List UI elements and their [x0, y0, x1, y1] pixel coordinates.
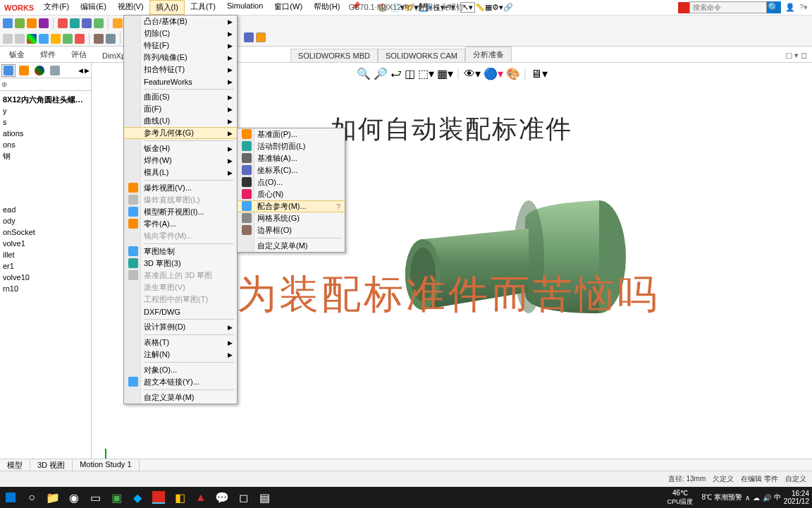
tb2-icon[interactable]	[106, 34, 116, 44]
menu-item[interactable]: 坐标系(C)...	[238, 164, 345, 176]
tb1-icon[interactable]	[113, 18, 123, 28]
tb2-icon[interactable]	[15, 34, 25, 44]
tb1-icon[interactable]	[82, 18, 92, 28]
menu-edit[interactable]: 编辑(E)	[75, 0, 112, 15]
menu-item[interactable]: 凸台/基体(B)▶	[124, 16, 237, 28]
app-icon[interactable]: ◧	[169, 487, 190, 508]
grid-icon[interactable]: ▦	[485, 3, 492, 12]
solidworks-icon[interactable]	[148, 487, 169, 508]
menu-item[interactable]: 特征(F)▶	[124, 40, 237, 52]
menu-item[interactable]: 注解(N)▶	[124, 349, 237, 361]
tree-item[interactable]: s	[1, 116, 90, 128]
tray-up-icon[interactable]: ∧	[745, 494, 750, 502]
app-icon[interactable]: ▣	[106, 487, 127, 508]
tb1-icon[interactable]	[39, 18, 49, 28]
tree-item[interactable]: ons	[1, 139, 90, 150]
weather-widget[interactable]: 8℃ 寒潮预警	[702, 492, 742, 502]
menu-view[interactable]: 视图(V)	[112, 0, 149, 15]
menu-item[interactable]: 基准轴(A)...	[238, 152, 345, 164]
tb2-icon[interactable]	[27, 34, 37, 44]
tray-sound-icon[interactable]: 🔊	[763, 494, 771, 502]
display-tab-icon[interactable]	[32, 64, 47, 77]
wechat-icon[interactable]: 💬	[211, 487, 233, 508]
menu-item[interactable]: 曲线(U)▶	[124, 115, 237, 127]
autocad-icon[interactable]: ▲	[190, 487, 211, 508]
tb1-icon[interactable]	[58, 18, 68, 28]
app-icon[interactable]: ▤	[254, 487, 275, 508]
ribbon-tab[interactable]: 焊件	[32, 47, 63, 62]
screen-icon[interactable]: 🖥▾	[531, 67, 548, 80]
menu-item[interactable]: 模型断开视图(I)...	[124, 206, 237, 218]
view-orient-icon[interactable]: ⬚▾	[418, 67, 434, 80]
ribbon-tab[interactable]: 评估	[63, 47, 94, 62]
menu-insert[interactable]: 插入(I)	[149, 0, 185, 15]
status-custom[interactable]: 自定义	[785, 474, 806, 484]
tree-item[interactable]: onSocket	[1, 226, 90, 238]
menu-item[interactable]: 自定义菜单(M)	[124, 392, 237, 404]
menu-item[interactable]: 3D 草图(3)	[124, 258, 237, 270]
bottom-tab-model[interactable]: 模型	[0, 459, 30, 471]
user-icon[interactable]: 👤	[785, 3, 795, 12]
tb2-icon[interactable]	[244, 32, 254, 42]
link-icon[interactable]: 🔗	[503, 3, 513, 12]
menu-simulation[interactable]: Simulation	[221, 0, 269, 15]
tree-root[interactable]: 8X12内六角圆柱头螺钉 (GB	[1, 94, 90, 105]
menu-item[interactable]: 设计算例(D)▶	[124, 321, 237, 333]
menu-item[interactable]: 配合参考(M)...?	[238, 200, 345, 212]
display-style-icon[interactable]: ▦▾	[437, 67, 453, 80]
taskview-icon[interactable]: ▭	[85, 487, 106, 508]
menu-item[interactable]: 参考几何体(G)▶	[124, 127, 237, 139]
file-explorer-icon[interactable]: 📁	[42, 487, 63, 508]
feature-tree[interactable]: 8X12内六角圆柱头螺钉 (GB y s ations ons 钢 ead od…	[0, 91, 91, 297]
menu-item[interactable]: 曲面(S)▶	[124, 91, 237, 103]
menu-item[interactable]: 阵列/镜像(E)▶	[124, 52, 237, 64]
tree-item[interactable]: ations	[1, 128, 90, 139]
tb2-icon[interactable]	[256, 32, 266, 42]
menu-item[interactable]: 零件(A)...	[124, 218, 237, 230]
prev-view-icon[interactable]: ⮐	[390, 68, 402, 80]
tb2-icon[interactable]	[3, 34, 13, 44]
other-tab-icon[interactable]	[48, 64, 62, 77]
tray-cloud-icon[interactable]: ☁	[753, 494, 760, 502]
menu-item[interactable]: DXF/DWG	[124, 306, 237, 318]
tree-item[interactable]: ody	[1, 215, 90, 226]
menu-window[interactable]: 窗口(W)	[269, 0, 308, 15]
bottom-tab-3dview[interactable]: 3D 视图	[30, 459, 73, 471]
menu-item[interactable]: 质心(N)	[238, 188, 345, 200]
ribbon-tab-mbd[interactable]: SOLIDWORKS MBD	[290, 49, 378, 62]
start-button[interactable]	[0, 487, 21, 508]
menu-tools[interactable]: 工具(T)	[185, 0, 221, 15]
tb2-icon[interactable]	[94, 34, 104, 44]
bottom-tab-motion[interactable]: Motion Study 1	[73, 459, 139, 471]
section-icon[interactable]: ◫	[405, 67, 415, 80]
menu-item[interactable]: 切除(C)▶	[124, 28, 237, 40]
ribbon-tab-cam[interactable]: SOLIDWORKS CAM	[378, 49, 465, 62]
menu-file[interactable]: 文件(F)	[38, 0, 75, 15]
help-icon[interactable]: ?	[336, 202, 340, 211]
menu-item[interactable]: 爆炸视图(V)...	[124, 182, 237, 194]
chrome-icon[interactable]: ◉	[63, 487, 85, 508]
menu-item[interactable]: 面(F)▶	[124, 103, 237, 115]
tree-item[interactable]: illet	[1, 249, 90, 260]
gear-icon[interactable]: ⚙▾	[492, 3, 503, 12]
menu-item[interactable]: 基准面(P)...	[238, 128, 345, 140]
nav-right-icon[interactable]: ▶	[85, 67, 90, 74]
menu-item[interactable]: 点(O)...	[238, 176, 345, 188]
tree-item[interactable]: y	[1, 105, 90, 116]
cpu-temp[interactable]: 46℃ CPU温度	[661, 489, 699, 506]
search-button[interactable]: 🔍	[767, 1, 781, 13]
menu-item[interactable]: 自定义菜单(M)	[238, 240, 345, 252]
tree-item[interactable]: volve1	[1, 238, 90, 249]
scene-icon[interactable]: 🎨	[506, 67, 520, 80]
menu-item[interactable]: 表格(T)▶	[124, 337, 237, 349]
ribbon-tab-analysis[interactable]: 分析准备	[465, 47, 512, 62]
tb2-icon[interactable]	[63, 34, 73, 44]
collapse-icon[interactable]: ▢ ▾ ◻	[777, 48, 812, 62]
tb1-icon[interactable]	[94, 18, 104, 28]
tree-item[interactable]: 钢	[1, 150, 90, 162]
menu-item[interactable]: 边界框(O)	[238, 224, 345, 236]
menu-item[interactable]: 扣合特征(T)▶	[124, 64, 237, 75]
config-tab-icon[interactable]	[17, 64, 31, 77]
menu-item[interactable]: 活动剖切面(L)	[238, 140, 345, 152]
zoom-area-icon[interactable]: 🔎	[374, 67, 388, 80]
